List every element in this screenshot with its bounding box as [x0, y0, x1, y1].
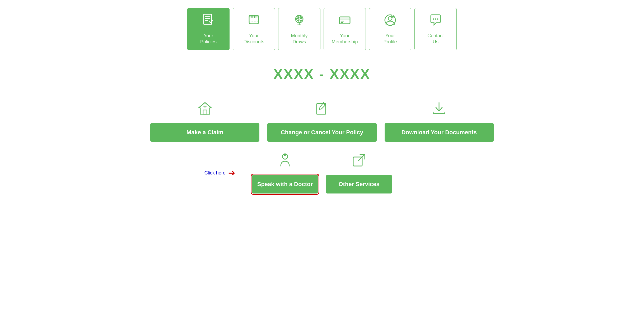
edit-icon [314, 100, 330, 119]
tab-monthly-draws[interactable]: MonthlyDraws [278, 8, 320, 50]
profile-icon [383, 13, 397, 29]
arrow-right-icon: ➔ [228, 169, 235, 177]
policy-title: XXXX - XXXX [137, 66, 507, 82]
speak-doctor-item: Speak with a Doctor Click here ➔ [252, 152, 318, 193]
policies-icon [202, 13, 215, 29]
svg-point-25 [435, 18, 436, 20]
download-docs-item: Download Your Documents [385, 100, 494, 142]
discounts-icon [247, 13, 261, 29]
tab-your-profile-label: YourProfile [383, 33, 397, 45]
svg-rect-27 [203, 110, 207, 114]
membership-icon [338, 13, 352, 29]
actions-row1: Make a Claim Change or Cancel Your Polic… [150, 100, 494, 142]
click-here-annotation: Click here ➔ [204, 169, 235, 177]
speak-doctor-button[interactable]: Speak with a Doctor [252, 175, 318, 193]
tab-your-discounts-label: YourDiscounts [243, 33, 264, 45]
click-here-label: Click here [204, 170, 226, 176]
download-icon [431, 100, 447, 119]
download-docs-button[interactable]: Download Your Documents [385, 123, 494, 142]
tab-contact-us-label: ContactUs [427, 33, 444, 45]
other-services-button[interactable]: Other Services [326, 175, 392, 193]
tab-your-policies-label: YourPolicies [200, 33, 217, 45]
nav-tabs: YourPolicies YourDiscounts [137, 8, 507, 50]
change-cancel-item: Change or Cancel Your Policy [267, 100, 376, 142]
tab-your-policies[interactable]: YourPolicies [187, 8, 230, 50]
svg-point-16 [298, 20, 300, 22]
tab-monthly-draws-label: MonthlyDraws [291, 33, 307, 45]
tab-your-profile[interactable]: YourProfile [369, 8, 411, 50]
draws-icon [292, 13, 306, 29]
make-claim-item: Make a Claim [150, 100, 259, 142]
tab-your-membership-label: YourMembership [332, 33, 358, 45]
change-cancel-button[interactable]: Change or Cancel Your Policy [267, 123, 376, 142]
actions-row2: Speak with a Doctor Click here ➔ Other S… [252, 152, 392, 193]
page-container: YourPolicies YourDiscounts [137, 8, 507, 193]
svg-point-26 [437, 18, 438, 20]
make-claim-button[interactable]: Make a Claim [150, 123, 259, 142]
house-icon [197, 100, 213, 119]
doctor-icon [277, 152, 293, 171]
svg-line-36 [358, 154, 365, 161]
tab-contact-us[interactable]: ContactUs [414, 8, 457, 50]
tab-your-membership[interactable]: YourMembership [324, 8, 366, 50]
external-link-icon [351, 152, 367, 171]
tab-your-discounts[interactable]: YourDiscounts [233, 8, 275, 50]
svg-point-24 [433, 18, 434, 20]
other-services-item: Other Services [326, 152, 392, 193]
contact-icon [429, 13, 442, 29]
